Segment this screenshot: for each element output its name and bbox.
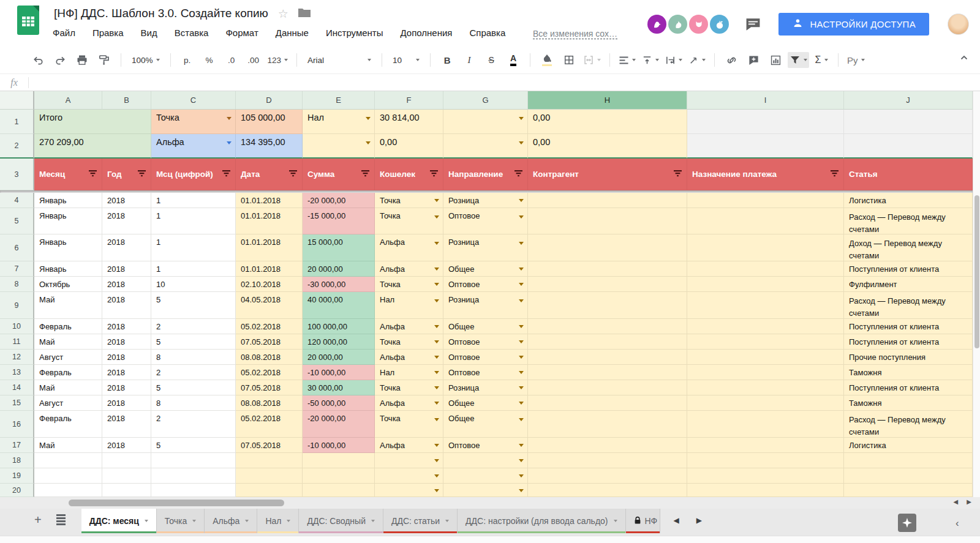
cell-A15[interactable]: Август	[34, 395, 102, 411]
filter-header-H[interactable]: Контрагент	[528, 159, 687, 190]
cell-dropdown-icon[interactable]	[434, 371, 439, 374]
filter-header-J[interactable]: Статья	[844, 159, 973, 190]
filter-icon[interactable]	[831, 170, 839, 179]
cell-dropdown-icon[interactable]	[434, 299, 439, 302]
cell-H4[interactable]	[528, 193, 687, 208]
cell-F5[interactable]: Точка	[375, 208, 443, 234]
undo-icon[interactable]	[28, 52, 48, 68]
font-size-select[interactable]: 10	[389, 52, 423, 68]
cell-D8[interactable]: 02.10.2018	[236, 277, 303, 292]
cell-D9[interactable]: 04.05.2018	[236, 292, 303, 319]
cell-dropdown-icon[interactable]	[519, 242, 524, 245]
cell-D18[interactable]	[236, 453, 303, 468]
cell-B7[interactable]: 2018	[102, 261, 151, 277]
row-header-9[interactable]: 9	[0, 292, 34, 319]
cell-F6[interactable]: Альфа	[375, 234, 443, 261]
row-header-11[interactable]: 11	[0, 334, 34, 350]
row-header-16[interactable]: 16	[0, 411, 34, 438]
cell-D17[interactable]: 07.05.2018	[236, 438, 303, 453]
cell-E19[interactable]	[303, 468, 375, 484]
cell-D12[interactable]: 08.08.2018	[236, 350, 303, 365]
cell-I17[interactable]	[687, 438, 844, 453]
menu-insert[interactable]: Вставка	[175, 28, 209, 38]
cell-F8[interactable]: Точка	[375, 277, 443, 292]
cell-F10[interactable]: Альфа	[375, 319, 443, 334]
explore-button[interactable]	[898, 514, 916, 532]
functions-button[interactable]: Σ	[812, 52, 831, 68]
menu-view[interactable]: Вид	[141, 28, 157, 38]
cell-J18[interactable]	[844, 453, 973, 468]
cell-A14[interactable]: Май	[34, 380, 102, 395]
cell-A16[interactable]: Февраль	[34, 411, 102, 438]
cell-F13[interactable]: Нал	[375, 365, 443, 380]
cell-B5[interactable]: 2018	[102, 208, 151, 234]
cell-I1[interactable]	[687, 110, 844, 134]
cell-I19[interactable]	[687, 468, 844, 484]
cell-F7[interactable]: Альфа	[375, 261, 443, 277]
cell-G19[interactable]	[443, 468, 528, 484]
scroll-right-icon[interactable]: ▶	[967, 498, 971, 505]
add-sheet-button[interactable]: +	[34, 514, 42, 526]
cell-G11[interactable]: Оптовое	[443, 334, 528, 350]
cell-dropdown-icon[interactable]	[434, 459, 439, 462]
cell-G12[interactable]: Оптовое	[443, 350, 528, 365]
cell-J9[interactable]: Расход — Перевод между счетами	[844, 292, 973, 319]
cell-G10[interactable]: Общее	[443, 319, 528, 334]
percent-format-button[interactable]: %	[200, 52, 219, 68]
bold-button[interactable]: B	[437, 52, 457, 68]
cell-dropdown-icon[interactable]	[434, 402, 439, 405]
cell-B18[interactable]	[102, 453, 151, 468]
borders-button[interactable]	[559, 52, 579, 68]
cell-C16[interactable]: 2	[151, 411, 236, 438]
cell-dropdown-icon[interactable]	[519, 386, 524, 389]
decrease-decimal-button[interactable]: .0	[222, 52, 241, 68]
cell-D19[interactable]	[236, 468, 303, 484]
cell-B11[interactable]: 2018	[102, 334, 151, 350]
cell-A4[interactable]: Январь	[34, 193, 102, 208]
cell-I2[interactable]	[687, 134, 844, 159]
cell-D16[interactable]: 05.02.2018	[236, 411, 303, 438]
cell-B9[interactable]: 2018	[102, 292, 151, 319]
tab-menu-icon[interactable]	[614, 520, 617, 522]
cell-H8[interactable]	[528, 277, 687, 292]
cell-H18[interactable]	[528, 453, 687, 468]
row-header-7[interactable]: 7	[0, 261, 34, 277]
cell-A12[interactable]: Август	[34, 350, 102, 365]
horizontal-align-button[interactable]	[617, 52, 638, 68]
cell-dropdown-icon[interactable]	[434, 474, 439, 477]
italic-button[interactable]: I	[459, 52, 479, 68]
cell-F14[interactable]: Точка	[375, 380, 443, 395]
cell-dropdown-icon[interactable]	[519, 340, 524, 343]
cell-E9[interactable]: 40 000,00	[303, 292, 375, 319]
collaborator-cat-icon[interactable]	[689, 15, 708, 34]
input-tools-button[interactable]: Ру	[845, 52, 867, 68]
paint-format-icon[interactable]	[94, 52, 114, 68]
insert-chart-icon[interactable]	[766, 52, 785, 68]
cell-dropdown-icon[interactable]	[519, 117, 524, 120]
menu-addons[interactable]: Дополнения	[401, 28, 453, 38]
cell-G14[interactable]: Розница	[443, 380, 528, 395]
cell-J13[interactable]: Таможня	[844, 365, 973, 380]
cell-B6[interactable]: 2018	[102, 234, 151, 261]
cell-D7[interactable]: 01.01.2018	[236, 261, 303, 277]
cell-dropdown-icon[interactable]	[434, 283, 439, 286]
cell-F11[interactable]: Точка	[375, 334, 443, 350]
cell-G2[interactable]	[443, 134, 528, 159]
cell-dropdown-icon[interactable]	[519, 283, 524, 286]
column-header-J[interactable]: J	[844, 91, 973, 110]
fill-color-button[interactable]	[537, 52, 557, 68]
row-header-15[interactable]: 15	[0, 395, 34, 411]
collaborator-kangaroo-icon[interactable]	[668, 15, 687, 34]
cell-F12[interactable]: Альфа	[375, 350, 443, 365]
cell-F4[interactable]: Точка	[375, 193, 443, 208]
cell-C12[interactable]: 8	[151, 350, 236, 365]
cell-H10[interactable]	[528, 319, 687, 334]
cell-C6[interactable]: 1	[151, 234, 236, 261]
cell-dropdown-icon[interactable]	[519, 199, 524, 202]
cell-B8[interactable]: 2018	[102, 277, 151, 292]
cell-C4[interactable]: 1	[151, 193, 236, 208]
strikethrough-button[interactable]: S	[481, 52, 501, 68]
tab-menu-icon[interactable]	[192, 520, 196, 522]
column-header-E[interactable]: E	[303, 91, 375, 110]
column-header-F[interactable]: F	[375, 91, 443, 110]
